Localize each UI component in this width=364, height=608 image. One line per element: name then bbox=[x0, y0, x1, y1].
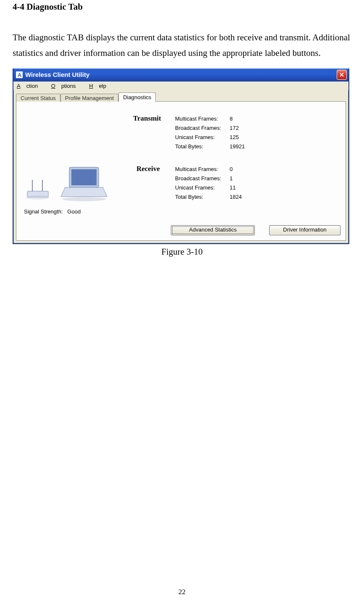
window-title: Wireless Client Utility bbox=[25, 71, 337, 78]
stat-row: Total Bytes:19921 bbox=[175, 142, 255, 151]
receive-stats: Multicast Frames:0 Broadcast Frames:1 Un… bbox=[175, 165, 255, 202]
stat-row: Broadcast Frames:1 bbox=[175, 174, 255, 183]
signal-area: Signal Strength: Good bbox=[24, 164, 129, 215]
transmit-heading: Transmit bbox=[133, 114, 161, 123]
driver-information-button[interactable]: Driver Information bbox=[269, 225, 340, 235]
app-icon: A bbox=[16, 71, 23, 78]
menu-options[interactable]: Options bbox=[51, 83, 82, 89]
menu-action[interactable]: Action bbox=[17, 83, 44, 89]
tab-current-status[interactable]: Current Status bbox=[16, 94, 60, 102]
page-number: 22 bbox=[0, 588, 364, 596]
signal-strength-value: Good bbox=[67, 208, 81, 215]
figure-caption: Figure 3-10 bbox=[13, 247, 351, 257]
body-paragraph: The diagnostic TAB displays the current … bbox=[13, 30, 351, 61]
section-heading: 4-4 Diagnostic Tab bbox=[13, 0, 351, 12]
router-icon bbox=[24, 172, 53, 202]
svg-text:A: A bbox=[18, 72, 22, 78]
stat-row: Multicast Frames:0 bbox=[175, 165, 255, 174]
close-icon[interactable] bbox=[337, 70, 347, 80]
menubar: Action Options Help bbox=[13, 82, 348, 90]
svg-point-6 bbox=[26, 195, 50, 200]
stat-row: Unicast Frames:11 bbox=[175, 183, 255, 192]
laptop-icon bbox=[58, 164, 108, 202]
stat-row: Multicast Frames:8 bbox=[175, 114, 255, 124]
stat-row: Unicast Frames:125 bbox=[175, 133, 255, 142]
signal-illustration bbox=[24, 164, 129, 202]
tab-diagnostics[interactable]: Diagnostics bbox=[118, 92, 156, 102]
transmit-stats: Multicast Frames:8 Broadcast Frames:172 … bbox=[175, 114, 255, 151]
app-window: A Wireless Client Utility Action Options… bbox=[13, 68, 349, 244]
titlebar: A Wireless Client Utility bbox=[13, 68, 348, 82]
tab-content: Transmit Multicast Frames:8 Broadcast Fr… bbox=[16, 102, 346, 241]
stat-row: Broadcast Frames:172 bbox=[175, 124, 255, 133]
tab-row: Current Status Profile Management Diagno… bbox=[16, 92, 346, 102]
menu-help[interactable]: Help bbox=[89, 83, 112, 89]
stat-row: Total Bytes:1824 bbox=[175, 192, 255, 202]
receive-heading: Receive bbox=[136, 165, 160, 173]
tab-profile-management[interactable]: Profile Management bbox=[60, 94, 118, 102]
svg-point-9 bbox=[62, 197, 106, 201]
signal-strength-label: Signal Strength: bbox=[24, 208, 63, 215]
svg-rect-8 bbox=[71, 169, 97, 185]
advanced-statistics-button[interactable]: Advanced Statistics bbox=[171, 225, 255, 235]
